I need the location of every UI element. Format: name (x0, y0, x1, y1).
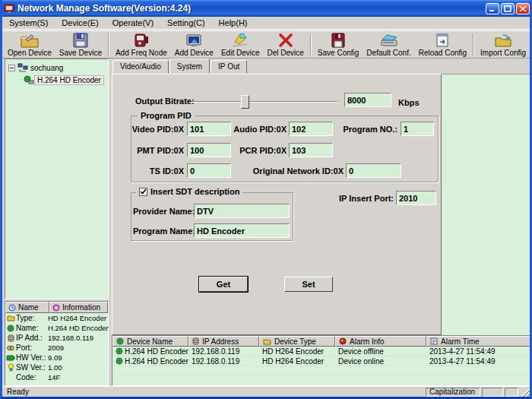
ts-id-input[interactable] (187, 163, 231, 178)
tree-item-encoder[interactable]: H.264 HD Encoder (5, 74, 108, 86)
col-label: Device Name (127, 337, 173, 346)
cell-alarm-info: Device offline (335, 347, 426, 356)
bitrate-unit-label: Kbps (398, 98, 420, 107)
reload-config-icon (434, 33, 451, 48)
menu-operate[interactable]: Operate(V) (106, 17, 160, 28)
tree-item-label: H.264 HD Encoder (34, 75, 104, 85)
toolbar-separator (310, 33, 312, 56)
cell-type: HD H264 Encoder (259, 357, 335, 366)
add-device-button[interactable]: Add Device (171, 32, 217, 58)
info-header-name[interactable]: Name (5, 302, 49, 313)
barrel-icon (5, 334, 16, 342)
default-conf-label: Default Conf. (366, 49, 410, 57)
open-device-label: Open Device (8, 49, 52, 57)
insert-sdt-checkbox[interactable] (139, 188, 147, 196)
add-freq-node-label: Add Freq Node (116, 49, 167, 57)
import-config-icon (494, 33, 512, 48)
set-button[interactable]: Set (284, 277, 333, 292)
col-device-name[interactable]: Device Name (112, 336, 188, 347)
cell-text: H.264 HD Encoder (125, 347, 188, 356)
program-pid-group: Program PID Video PID:0X Audio PID:0X Pr… (131, 116, 439, 182)
default-conf-icon (380, 33, 398, 48)
menu-device[interactable]: Device(E) (55, 17, 105, 28)
import-config-label: Import Config (480, 49, 526, 57)
add-freq-node-icon (132, 33, 150, 48)
pmt-pid-input[interactable] (187, 143, 231, 157)
minimize-button[interactable] (486, 3, 499, 14)
col-alarm-info[interactable]: Alarm Info (335, 336, 426, 347)
program-name-input[interactable] (194, 223, 290, 238)
close-button[interactable] (516, 3, 530, 14)
bitrate-slider-thumb[interactable] (241, 95, 249, 109)
status-capitalization-label: Capitalization (429, 388, 475, 396)
open-device-button[interactable]: Open Device (4, 32, 55, 58)
col-alarm-time[interactable]: Alarm Time (426, 336, 531, 347)
alarm-row-empty (112, 366, 531, 376)
tree-root-label: sochuang (28, 64, 65, 72)
time-icon (430, 337, 438, 345)
info-label: HW Ver.: (16, 353, 48, 362)
info-value: H.264 HD Encoder (48, 324, 109, 332)
save-device-button[interactable]: Save Device (55, 32, 106, 58)
tab-ip-out[interactable]: IP Out (211, 60, 247, 74)
status-capitalization: Capitalization (426, 388, 480, 397)
status-bar: Ready Capitalization (2, 386, 530, 397)
add-freq-node-button[interactable]: Add Freq Node (112, 32, 171, 58)
ip-insert-port-input[interactable] (396, 191, 436, 205)
col-ip-address[interactable]: IP Address (188, 336, 259, 347)
cell-ip: 192.168.0.119 (188, 347, 259, 356)
network-icon (17, 63, 28, 72)
info-label: IP Add.: (16, 334, 48, 342)
provider-name-input[interactable] (194, 204, 290, 218)
reload-config-button[interactable]: Reload Config (415, 32, 470, 58)
bitrate-slider[interactable] (192, 94, 337, 109)
collapse-icon[interactable] (8, 65, 15, 71)
menu-setting[interactable]: Setting(C) (160, 17, 212, 28)
audio-pid-input[interactable] (289, 122, 333, 136)
info-header-information[interactable]: Information (49, 302, 108, 313)
program-no-label: Program NO.: (335, 125, 397, 134)
info-row-ip: IP Add.: 192.168.0.119 (5, 333, 108, 343)
del-device-button[interactable]: Del Device (264, 32, 308, 58)
tab-system[interactable]: System (169, 59, 210, 74)
pcr-pid-input[interactable] (289, 143, 333, 157)
toolbar: Open Device Save Device Add Freq Node Ad… (2, 30, 530, 59)
col-device-type[interactable]: Device Type (259, 336, 335, 347)
cell-alarm-time: 2013-4-27 11:54:49 (426, 347, 531, 356)
ip-insert-port-label: IP Insert Port: (318, 194, 394, 203)
app-icon (4, 3, 14, 14)
alarm-row[interactable]: H.264 HD Encoder 192.168.0.119 HD H264 E… (112, 347, 531, 356)
resize-grip[interactable] (520, 387, 530, 397)
program-pid-title: Program PID (138, 111, 195, 120)
info-label: Type: (16, 314, 48, 322)
info-row-sw-ver: SW Ver.: 1.00 (5, 363, 108, 372)
menu-help[interactable]: Help(H) (212, 17, 255, 28)
maximize-button[interactable] (501, 3, 515, 14)
alarm-row[interactable]: H.264 HD Encoder 192.168.0.119 HD H264 E… (112, 356, 531, 366)
info-row-type: Type: HD H264 Encoder (5, 313, 108, 323)
video-pid-label: Video PID:0X (131, 125, 184, 134)
video-pid-input[interactable] (187, 122, 231, 136)
pmt-pid-label: PMT PID:0X (131, 146, 184, 155)
folder-icon (5, 315, 16, 321)
original-network-id-input[interactable] (346, 163, 401, 178)
alarm-row-empty (112, 376, 531, 386)
cell-alarm-info: Device online (335, 357, 426, 366)
alarm-table-header: Device Name IP Address Device Type Alarm… (112, 336, 531, 347)
tab-video-audio[interactable]: Video/Audio (112, 60, 169, 74)
ts-id-label: TS ID:0X (131, 166, 184, 176)
default-conf-button[interactable]: Default Conf. (363, 32, 414, 58)
menu-system[interactable]: System(S) (2, 17, 55, 28)
info-row-code: Code: 14F (5, 372, 108, 382)
globe-icon (116, 337, 124, 345)
get-button[interactable]: Get (199, 277, 248, 292)
import-config-button[interactable]: Import Config (477, 32, 530, 58)
output-bitrate-label: Output Bitrate: (135, 97, 195, 106)
alarm-table: Device Name IP Address Device Type Alarm… (112, 335, 532, 386)
bitrate-input[interactable] (344, 93, 391, 107)
save-config-icon (330, 33, 347, 48)
edit-device-button[interactable]: Edit Device (217, 32, 264, 58)
save-config-button[interactable]: Save Config (314, 32, 363, 58)
tree-root-sochuang[interactable]: sochuang (5, 62, 108, 74)
program-no-input[interactable] (401, 122, 434, 136)
